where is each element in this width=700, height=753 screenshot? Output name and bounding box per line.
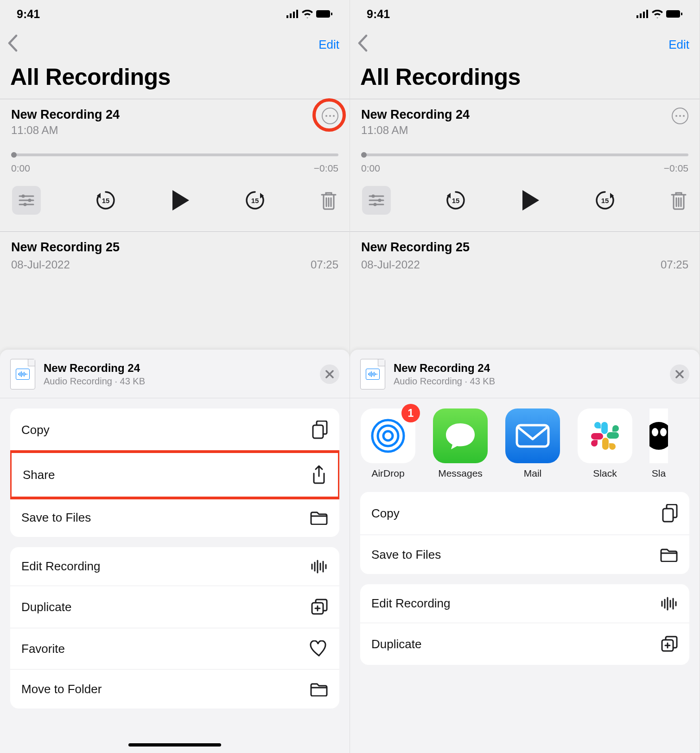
recording-list-item[interactable]: New Recording 25 08-Jul-2022 07:25 bbox=[350, 231, 700, 277]
recording-duration: 07:25 bbox=[661, 258, 688, 271]
close-sheet-button[interactable] bbox=[320, 364, 339, 384]
svg-rect-37 bbox=[681, 13, 682, 15]
copy-icon bbox=[312, 421, 328, 439]
play-button[interactable] bbox=[171, 189, 190, 211]
wifi-icon bbox=[651, 10, 663, 18]
skip-forward-15-button[interactable]: 15 bbox=[244, 189, 266, 211]
copy-icon bbox=[662, 504, 678, 523]
cellular-icon bbox=[636, 10, 649, 18]
duplicate-icon bbox=[661, 635, 678, 653]
svg-rect-63 bbox=[591, 433, 603, 440]
recording-time: 11:08 AM bbox=[361, 124, 470, 137]
svg-point-56 bbox=[383, 431, 393, 440]
action-group-1: Copy Save to Files bbox=[360, 492, 689, 574]
battery-icon bbox=[666, 10, 683, 18]
svg-text:15: 15 bbox=[452, 197, 460, 204]
action-group-2: Edit Recording Duplicate bbox=[360, 584, 689, 665]
active-recording: New Recording 24 11:08 AM 0:00 −0:05 15 bbox=[350, 99, 700, 231]
time-elapsed: 0:00 bbox=[361, 163, 380, 174]
time-remaining: −0:05 bbox=[664, 163, 688, 174]
svg-rect-60 bbox=[601, 422, 608, 434]
playback-scrubber[interactable] bbox=[361, 153, 688, 159]
battery-icon bbox=[316, 10, 333, 18]
back-button[interactable] bbox=[7, 34, 18, 55]
app-label: Sla bbox=[652, 468, 666, 479]
action-edit-recording[interactable]: Edit Recording bbox=[360, 584, 689, 623]
svg-point-43 bbox=[374, 203, 377, 206]
svg-rect-35 bbox=[646, 10, 648, 18]
sheet-file-title: New Recording 24 bbox=[394, 362, 662, 375]
svg-rect-4 bbox=[316, 10, 330, 18]
svg-rect-59 bbox=[517, 425, 548, 447]
playback-scrubber[interactable] bbox=[11, 153, 338, 159]
svg-marker-14 bbox=[172, 190, 189, 211]
recording-name: New Recording 25 bbox=[11, 240, 338, 255]
recording-name: New Recording 25 bbox=[361, 240, 688, 255]
more-options-button[interactable] bbox=[322, 108, 338, 124]
recording-name: New Recording 24 bbox=[11, 108, 120, 122]
app-label: AirDrop bbox=[371, 468, 404, 479]
action-save-to-files[interactable]: Save to Files bbox=[10, 498, 339, 537]
share-sheet: New Recording 24 Audio Recording · 43 KB… bbox=[350, 350, 700, 753]
share-app-slack[interactable]: Slack bbox=[577, 408, 633, 479]
share-icon bbox=[311, 465, 327, 485]
action-edit-recording[interactable]: Edit Recording bbox=[10, 547, 339, 586]
share-apps-row[interactable]: 1 AirDrop Messages Mail bbox=[350, 398, 700, 484]
file-thumbnail-icon bbox=[360, 359, 385, 389]
skip-back-15-button[interactable]: 15 bbox=[445, 189, 467, 211]
delete-button[interactable] bbox=[670, 190, 687, 211]
status-bar: 9:41 bbox=[350, 0, 700, 28]
action-share[interactable]: Share bbox=[10, 450, 339, 499]
close-sheet-button[interactable] bbox=[670, 364, 689, 384]
share-app-mail[interactable]: Mail bbox=[505, 408, 560, 479]
share-app-extra[interactable]: Sla bbox=[649, 408, 668, 479]
app-label: Slack bbox=[593, 468, 617, 479]
status-time: 9:41 bbox=[17, 7, 40, 21]
skip-forward-15-button[interactable]: 15 bbox=[594, 189, 616, 211]
edit-button[interactable]: Edit bbox=[668, 38, 689, 52]
svg-point-41 bbox=[372, 195, 375, 198]
action-group-2: Edit Recording Duplicate Favorite Move t… bbox=[10, 547, 339, 708]
playback-options-button[interactable] bbox=[12, 186, 41, 215]
more-options-button[interactable] bbox=[672, 108, 688, 124]
share-app-messages[interactable]: Messages bbox=[433, 408, 488, 479]
page-title: All Recordings bbox=[0, 60, 350, 99]
play-button[interactable] bbox=[521, 189, 540, 211]
folder-icon bbox=[310, 510, 328, 525]
nav-row: Edit bbox=[350, 28, 700, 60]
svg-rect-32 bbox=[636, 15, 638, 18]
edit-button[interactable]: Edit bbox=[318, 38, 339, 52]
folder-icon bbox=[310, 682, 328, 696]
delete-button[interactable] bbox=[320, 190, 337, 211]
phone-left: 9:41 Edit All Recordings New Recording 2… bbox=[0, 0, 350, 753]
svg-rect-67 bbox=[663, 509, 673, 522]
heart-icon bbox=[310, 640, 328, 657]
waveform-icon bbox=[311, 560, 328, 574]
playback-options-button[interactable] bbox=[362, 186, 391, 215]
skip-back-15-button[interactable]: 15 bbox=[95, 189, 117, 211]
status-bar: 9:41 bbox=[0, 0, 350, 28]
nav-row: Edit bbox=[0, 28, 350, 60]
back-button[interactable] bbox=[357, 34, 368, 55]
action-duplicate[interactable]: Duplicate bbox=[360, 623, 689, 665]
action-save-to-files[interactable]: Save to Files bbox=[360, 535, 689, 574]
svg-rect-34 bbox=[643, 12, 645, 18]
page-title: All Recordings bbox=[350, 60, 700, 99]
home-indicator[interactable] bbox=[128, 743, 221, 747]
cellular-icon bbox=[286, 10, 299, 18]
recording-list-item[interactable]: New Recording 25 08-Jul-2022 07:25 bbox=[0, 231, 350, 277]
svg-text:15: 15 bbox=[102, 197, 110, 204]
action-favorite[interactable]: Favorite bbox=[10, 628, 339, 670]
action-copy[interactable]: Copy bbox=[10, 408, 339, 452]
action-group-1: Copy Share Save to Files bbox=[10, 408, 339, 537]
phone-right: 9:41 Edit All Recordings New Recording 2… bbox=[350, 0, 700, 753]
svg-rect-62 bbox=[602, 438, 609, 450]
svg-rect-5 bbox=[331, 13, 332, 15]
file-thumbnail-icon bbox=[10, 359, 35, 389]
action-duplicate[interactable]: Duplicate bbox=[10, 586, 339, 628]
action-copy[interactable]: Copy bbox=[360, 492, 689, 535]
status-time: 9:41 bbox=[367, 7, 390, 21]
share-app-airdrop[interactable]: 1 AirDrop bbox=[360, 408, 416, 479]
action-move-to-folder[interactable]: Move to Folder bbox=[10, 670, 339, 708]
waveform-icon bbox=[661, 597, 678, 611]
